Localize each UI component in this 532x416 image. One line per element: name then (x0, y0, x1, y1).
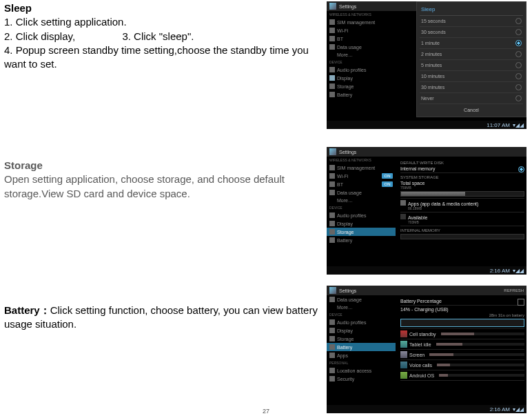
left-nav: Data usage More… DEVICE Audio profiles D… (327, 295, 396, 383)
device-screenshot-storage: Settings WIRELESS & NETWORKS SIM managem… (327, 147, 526, 275)
nav-header-device: DEVICE (327, 59, 396, 66)
nav-audio[interactable]: Audio profiles (327, 318, 396, 326)
sleep-cancel-button[interactable]: Cancel (420, 104, 523, 114)
audio-icon (329, 67, 335, 72)
screen-icon (400, 351, 407, 358)
nav-storage[interactable]: Storage (327, 335, 396, 343)
nav-more[interactable]: More… (327, 197, 396, 204)
bt-icon (329, 181, 335, 187)
audio-icon (329, 319, 335, 325)
voice-calls-icon (400, 361, 407, 368)
sleep-option[interactable]: Never (420, 93, 523, 104)
usage-bar (437, 364, 524, 366)
nav-header-personal: PERSONAL (327, 359, 396, 366)
android-os-icon (400, 372, 407, 379)
battery-item[interactable]: Screen (400, 350, 524, 360)
available-color-icon (400, 214, 406, 219)
sleep-step-1: 1. Click setting application. (4, 15, 321, 29)
page-number: 27 (263, 408, 269, 415)
battery-text-block: Battery：Click setting function, choose b… (4, 304, 321, 332)
nav-storage[interactable]: Storage (327, 228, 396, 236)
left-nav: WIRELESS & NETWORKS SIM management Wi-Fi… (327, 11, 396, 99)
sleep-option[interactable]: 5 minutes (420, 60, 523, 71)
radio-icon (515, 18, 522, 24)
location-icon (329, 368, 335, 373)
sleep-option[interactable]: 1 minute (420, 38, 523, 49)
nav-display[interactable]: Display (327, 219, 396, 228)
bt-toggle[interactable]: ON (382, 181, 393, 187)
display-icon (329, 75, 335, 81)
nav-apps[interactable]: Apps (327, 351, 396, 359)
battery-percentage-row[interactable]: Battery Percentage (400, 297, 524, 306)
app-header: Settings REFRESH (327, 286, 526, 295)
storage-icon (329, 336, 335, 341)
battery-heading: Battery： (4, 304, 50, 316)
battery-item[interactable]: Cell standby (400, 329, 524, 339)
usage-bar (429, 353, 524, 356)
radio-selected-icon (515, 40, 522, 46)
nav-display[interactable]: Display (327, 326, 396, 335)
nav-audio[interactable]: Audio profiles (327, 211, 396, 219)
radio-icon (515, 84, 522, 90)
display-icon (329, 221, 335, 226)
refresh-button[interactable]: REFRESH (504, 288, 524, 293)
nav-battery: Battery (327, 90, 396, 99)
total-space: Total space 759MB (400, 179, 524, 199)
clock: 2:16 AM (490, 406, 510, 413)
sleep-option[interactable]: 10 minutes (420, 71, 523, 82)
nav-location[interactable]: Location access (327, 366, 396, 375)
sleep-heading: Sleep (4, 1, 321, 15)
wifi-toggle[interactable]: ON (382, 173, 393, 179)
nav-more[interactable]: More… (327, 304, 396, 311)
settings-icon (329, 287, 336, 294)
storage-icon (329, 229, 335, 235)
internal-bar (400, 234, 524, 239)
radio-icon (515, 62, 522, 68)
available-storage: Available 703MB (400, 212, 524, 226)
battery-item[interactable]: Android OS (400, 370, 524, 381)
sleep-option[interactable]: 30 seconds (420, 27, 523, 38)
battery-status-row[interactable]: 14% - Charging (USB) 28m 31s on battery (400, 306, 524, 329)
sleep-option[interactable]: 15 seconds (420, 16, 523, 27)
apps-storage[interactable]: Apps (app data & media content) 86.18MB (400, 199, 524, 212)
battery-item[interactable]: Tablet idle (400, 339, 524, 350)
nav-storage: Storage (327, 82, 396, 90)
sleep-option[interactable]: 30 minutes (420, 82, 523, 93)
nav-bt[interactable]: BTON (327, 180, 396, 188)
checkbox-icon[interactable] (518, 299, 524, 306)
storage-panel: DEFAULT WRITE DISK Internal memory SYSTE… (398, 157, 526, 241)
nav-data[interactable]: Data usage (327, 295, 396, 304)
wifi-icon (329, 28, 335, 33)
data-icon (329, 190, 335, 195)
internal-memory-option[interactable]: Internal memory (400, 165, 524, 173)
nav-security[interactable]: Security (327, 375, 396, 383)
battery-item[interactable]: Voice calls (400, 360, 524, 370)
nav-data[interactable]: Data usage (327, 188, 396, 197)
nav-more: More… (327, 51, 396, 59)
radio-icon (515, 51, 522, 57)
nav-sim[interactable]: SIM management (327, 164, 396, 172)
header-title: Settings (339, 4, 356, 9)
nav-battery[interactable]: Battery (327, 343, 396, 351)
sleep-step-2-3: 2. Click display, 3. Click "sleep". (4, 30, 321, 43)
battery-body: Click setting function, choose battery, … (4, 304, 318, 330)
nav-battery[interactable]: Battery (327, 236, 396, 244)
battery-icon (329, 237, 335, 243)
nav-header-wireless: WIRELESS & NETWORKS (327, 157, 396, 164)
status-bar: 2:16 AM ▾◢◢ (327, 266, 526, 275)
battery-icon (329, 344, 335, 350)
sleep-option[interactable]: 2 minutes (420, 49, 523, 60)
cell-standby-icon (400, 330, 407, 337)
signal-icon: ▾◢◢ (513, 268, 524, 274)
radio-icon (515, 95, 522, 101)
nav-sim: SIM management (327, 18, 396, 26)
usage-bar (436, 343, 524, 346)
storage-bar-fill (401, 192, 465, 196)
sim-icon (329, 19, 335, 25)
battery-graph (400, 319, 524, 327)
sleep-step-4: 4. Popup screen standby time setting,cho… (4, 43, 321, 72)
sleep-step-2a: 2. Click display, (4, 30, 75, 42)
audio-icon (329, 212, 335, 218)
signal-icon: ▾◢◢ (513, 406, 524, 413)
nav-wifi[interactable]: Wi-FiON (327, 172, 396, 180)
